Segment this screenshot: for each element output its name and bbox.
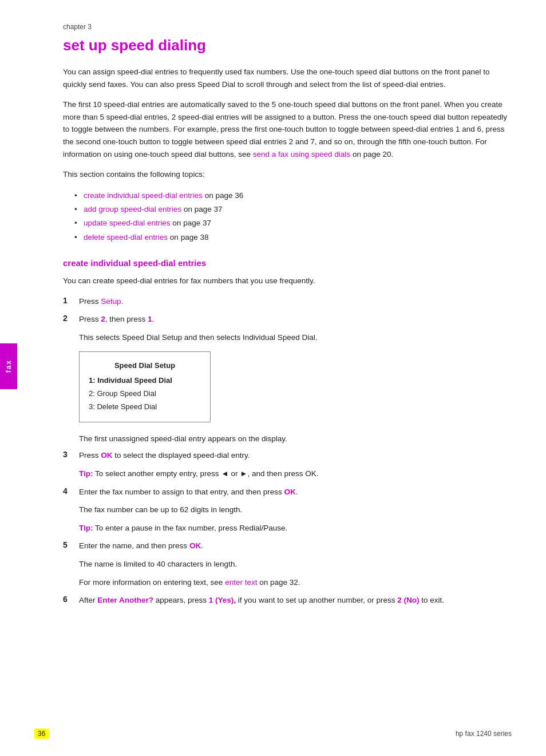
step-4-number: 4 <box>63 486 79 496</box>
topic-suffix-3: on page 37 <box>171 219 211 227</box>
step-2-content: Press 2, then press 1. <box>79 313 512 326</box>
enter-text-link[interactable]: enter text <box>225 578 257 587</box>
step-2-press-2: 2 <box>101 315 105 323</box>
topics-list: create individual speed-dial entries on … <box>74 189 512 244</box>
body-paragraph-1: You can assign speed-dial entries to fre… <box>63 66 512 90</box>
product-name: hp fax 1240 series <box>456 730 512 738</box>
footer: 36 hp fax 1240 series <box>0 729 546 739</box>
topic-link-1[interactable]: create individual speed-dial entries <box>84 191 203 200</box>
body-paragraph-2: The first 10 speed-dial entries are auto… <box>63 98 512 160</box>
step-2-press-1: 1 <box>148 315 152 323</box>
enter-another-link: Enter Another? <box>97 596 153 604</box>
tip-1-text: To select another empty entry, press ◄ o… <box>93 469 319 478</box>
step-6: 6 After Enter Another? appears, press 1 … <box>63 594 512 607</box>
step-2-sub: This selects Speed Dial Setup and then s… <box>79 331 512 344</box>
step-5: 5 Enter the name, and then press OK. <box>63 540 512 552</box>
section-heading: create individual speed-dial entries <box>63 258 512 268</box>
step-4-sub: The fax number can be up to 62 digits in… <box>79 504 512 516</box>
list-item: update speed-dial entries on page 37 <box>74 216 512 230</box>
send-fax-link[interactable]: send a fax using speed dials <box>253 150 350 159</box>
display-box-item-1: 1: Individual Speed Dial <box>89 374 201 387</box>
step-1-number: 1 <box>63 296 79 305</box>
step-4-content: Enter the fax number to assign to that e… <box>79 486 512 498</box>
step-3-number: 3 <box>63 450 79 459</box>
page-title: set up speed dialing <box>63 37 512 54</box>
page-container: fax chapter 3 set up speed dialing You c… <box>0 0 546 756</box>
step-1: 1 Press Setup. <box>63 295 512 308</box>
side-tab: fax <box>0 343 17 389</box>
step-4: 4 Enter the fax number to assign to that… <box>63 486 512 498</box>
display-box-item-2: 2: Group Speed Dial <box>89 387 201 400</box>
topic-suffix-4: on page 38 <box>168 233 208 242</box>
step-5-sub1: The name is limited to 40 characters in … <box>79 558 512 571</box>
step-2-number: 2 <box>63 314 79 323</box>
side-tab-label: fax <box>5 359 13 373</box>
tip-1-label: Tip: <box>79 469 93 478</box>
step-6-number: 6 <box>63 595 79 604</box>
display-box-title: Speed Dial Setup <box>89 359 201 372</box>
topic-link-4[interactable]: delete speed-dial entries <box>84 233 168 242</box>
list-item: add group speed-dial entries on page 37 <box>74 203 512 216</box>
setup-link[interactable]: Setup <box>101 297 121 306</box>
step-4-ok: OK <box>284 488 295 496</box>
section-intro: You can create speed-dial entries for fa… <box>63 275 512 287</box>
topic-suffix-1: on page 36 <box>203 191 243 200</box>
step-3-pretext: The first unassigned speed-dial entry ap… <box>79 433 512 445</box>
step-1-content: Press Setup. <box>79 295 512 308</box>
tip-2-text: To enter a pause in the fax number, pres… <box>93 524 288 532</box>
topic-link-2[interactable]: add group speed-dial entries <box>84 205 181 213</box>
list-item: delete speed-dial entries on page 38 <box>74 231 512 244</box>
page-number: 36 <box>34 729 49 739</box>
no-link: 2 (No) <box>397 596 419 604</box>
yes-link: 1 (Yes), <box>209 596 236 604</box>
tip-1: Tip: To select another empty entry, pres… <box>79 468 512 480</box>
step-5-content: Enter the name, and then press OK. <box>79 540 512 552</box>
topics-intro: This section contains the following topi… <box>63 168 512 181</box>
chapter-label: chapter 3 <box>63 23 512 31</box>
topic-suffix-2: on page 37 <box>181 205 222 213</box>
body-paragraph-2-suffix: on page 20. <box>353 150 393 159</box>
step-3: 3 Press OK to select the displayed speed… <box>63 449 512 462</box>
display-box-item-3: 3: Delete Speed Dial <box>89 400 201 413</box>
list-item: create individual speed-dial entries on … <box>74 189 512 203</box>
step-5-sub2: For more information on entering text, s… <box>79 576 512 589</box>
step-3-ok: OK <box>101 451 112 460</box>
tip-2-label: Tip: <box>79 524 93 532</box>
step-2: 2 Press 2, then press 1. <box>63 313 512 326</box>
topic-link-3[interactable]: update speed-dial entries <box>84 219 171 227</box>
step-3-content: Press OK to select the displayed speed-d… <box>79 449 512 462</box>
display-box: Speed Dial Setup 1: Individual Speed Dia… <box>79 351 211 422</box>
step-6-content: After Enter Another? appears, press 1 (Y… <box>79 594 512 607</box>
step-5-ok: OK <box>189 541 201 550</box>
tip-2: Tip: To enter a pause in the fax number,… <box>79 522 512 535</box>
step-5-number: 5 <box>63 540 79 549</box>
